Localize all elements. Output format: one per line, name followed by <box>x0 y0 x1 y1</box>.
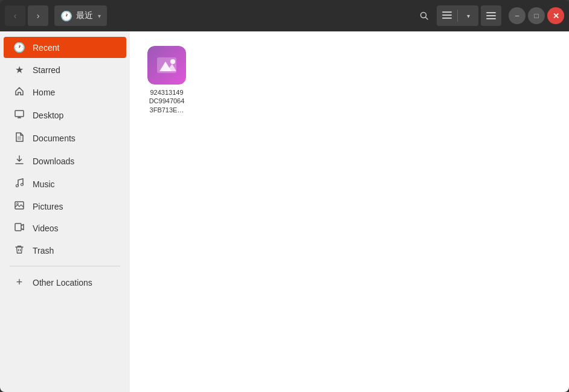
search-icon <box>419 11 429 21</box>
sidebar-item-label: Recent <box>33 43 59 53</box>
maximize-button[interactable]: □ <box>528 7 545 24</box>
documents-icon <box>13 132 25 144</box>
menu-line <box>486 15 496 16</box>
file-icon-wrapper <box>147 46 186 85</box>
sidebar: 🕐 Recent ★ Starred Home <box>0 31 130 392</box>
list-view-button[interactable] <box>437 5 457 26</box>
sidebar-item-label: Music <box>33 179 55 189</box>
videos-icon <box>13 223 25 234</box>
clock-icon: 🕐 <box>60 10 72 22</box>
image-app-icon <box>147 46 186 85</box>
svg-rect-15 <box>15 223 21 231</box>
view-options-button[interactable]: ▾ <box>458 5 478 26</box>
home-icon <box>13 86 25 98</box>
forward-button[interactable]: › <box>28 5 48 26</box>
sidebar-item-label: Trash <box>33 246 54 255</box>
search-button[interactable] <box>414 5 434 26</box>
view-toggle-group: ▾ <box>437 5 478 26</box>
sidebar-item-music[interactable]: Music <box>4 173 126 195</box>
sidebar-item-label: Downloads <box>33 156 74 166</box>
svg-rect-5 <box>15 111 24 117</box>
recent-icon: 🕐 <box>13 42 25 53</box>
sidebar-item-pictures[interactable]: Pictures <box>4 196 126 217</box>
chevron-down-icon: ▾ <box>467 13 470 19</box>
menu-line <box>486 18 496 19</box>
svg-point-21 <box>170 59 175 64</box>
sidebar-item-documents[interactable]: Documents <box>4 127 126 149</box>
sidebar-item-home[interactable]: Home <box>4 82 126 103</box>
svg-rect-4 <box>442 18 452 19</box>
svg-rect-13 <box>15 202 24 209</box>
sidebar-item-videos[interactable]: Videos <box>4 218 126 239</box>
file-manager-window: ‹ › 🕐 最近 ▾ <box>0 0 569 392</box>
sidebar-item-label: Desktop <box>33 111 63 120</box>
sidebar-item-label: Documents <box>33 133 76 143</box>
sidebar-item-other-locations[interactable]: + Other Locations <box>4 271 126 294</box>
location-label: 最近 <box>76 10 93 21</box>
sidebar-item-trash[interactable]: Trash <box>4 240 126 262</box>
svg-line-1 <box>426 18 428 20</box>
star-icon: ★ <box>13 64 25 76</box>
back-button[interactable]: ‹ <box>5 5 25 26</box>
sidebar-item-label: Pictures <box>33 202 63 211</box>
sidebar-item-label: Starred <box>33 65 60 75</box>
image-thumbnail-icon <box>155 53 179 77</box>
file-area: 924313149 DC9947064 3FB713E… <box>130 31 569 392</box>
svg-rect-3 <box>442 14 452 16</box>
sidebar-item-recent[interactable]: 🕐 Recent <box>4 37 126 58</box>
svg-point-12 <box>21 184 24 186</box>
file-item[interactable]: 924313149 DC9947064 3FB713E… <box>140 41 194 119</box>
list-view-icon <box>442 11 452 20</box>
sidebar-item-label: Home <box>33 88 55 97</box>
menu-line <box>486 12 496 13</box>
downloads-icon <box>13 155 25 167</box>
trash-icon <box>13 245 25 257</box>
sidebar-item-desktop[interactable]: Desktop <box>4 104 126 126</box>
main-content: 🕐 Recent ★ Starred Home <box>0 31 569 392</box>
close-button[interactable]: ✕ <box>547 7 564 24</box>
titlebar: ‹ › 🕐 最近 ▾ <box>0 0 569 31</box>
pictures-icon <box>13 201 25 212</box>
file-name: 924313149 DC9947064 3FB713E… <box>149 88 185 114</box>
toolbar-right: ▾ <box>414 5 501 26</box>
minimize-button[interactable]: – <box>509 7 526 24</box>
sidebar-divider <box>10 266 120 266</box>
svg-rect-2 <box>442 11 452 13</box>
sidebar-item-label: Videos <box>33 223 59 233</box>
chevron-down-icon: ▾ <box>98 13 101 19</box>
plus-icon: + <box>13 276 25 289</box>
sidebar-item-label: Other Locations <box>33 278 92 288</box>
sidebar-item-starred[interactable]: ★ Starred <box>4 59 126 80</box>
hamburger-menu-button[interactable] <box>481 5 501 26</box>
desktop-icon <box>13 109 25 121</box>
window-controls: – □ ✕ <box>509 7 564 24</box>
music-icon <box>13 178 25 190</box>
sidebar-item-downloads[interactable]: Downloads <box>4 150 126 172</box>
location-bar[interactable]: 🕐 最近 ▾ <box>54 5 107 26</box>
